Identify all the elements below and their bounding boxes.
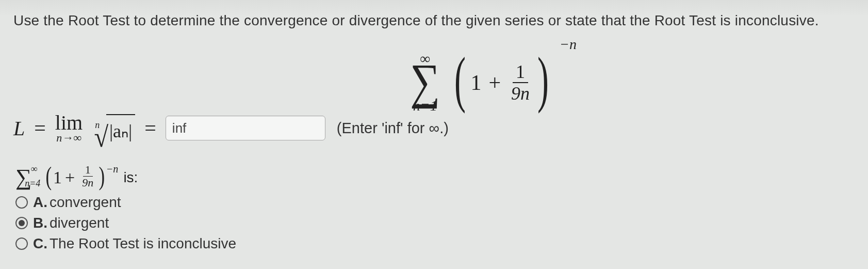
inf-hint: (Enter 'inf' for ∞.) [337,120,449,137]
is-label: is: [123,169,138,186]
opt-c-letter: C. [33,235,47,251]
lim-sub: n→∞ [56,132,81,144]
instruction-text: Use the Root Test to determine the conve… [13,12,855,29]
radio-c[interactable] [15,238,28,250]
root-block: n √ |aₙ| [89,114,135,142]
main-series: ∞ ∑ n=1 ( 1 + 1 9n ) −n [407,52,578,114]
frac-den: 9n [508,83,533,103]
term-fraction: 1 9n [508,62,533,103]
lim-block: lim n→∞ [55,113,83,144]
question-page: Use the Root Test to determine the conve… [0,0,868,269]
option-c[interactable]: C.The Root Test is inconclusive [15,235,236,252]
opt-a-text: convergent [50,194,121,210]
exp2: −n [106,163,119,175]
frac-num: 1 [513,62,528,83]
radical-symbol: √ [94,130,109,144]
option-b[interactable]: B.divergent [15,215,236,231]
series-exponent: −n [560,36,577,53]
eq2: = [144,116,156,140]
plus2: + [65,168,75,187]
one2: 1 [53,168,62,187]
paren-content: 1 + 1 9n [470,62,533,103]
sigma-block: ∞ ∑ n=1 [407,52,443,113]
radio-a[interactable] [15,196,28,209]
left-paren: ( [454,64,466,95]
opt-c-text: The Root Test is inconclusive [50,235,236,251]
frac2: 1 9n [80,164,95,188]
lp2: ( [46,170,52,183]
eq1: = [34,116,46,140]
frac2-den: 9n [80,177,95,188]
radio-b[interactable] [15,217,28,229]
limit-input[interactable] [166,116,325,140]
sigma2-upper: ∞ [30,164,37,175]
term-one: 1 [470,70,481,95]
opt-a-letter: A. [33,194,47,210]
limit-row: L = lim n→∞ n √ |aₙ| = (Enter 'inf' for … [13,113,449,144]
series-parens: ( 1 + 1 9n ) [450,52,553,114]
opt-b-letter: B. [33,215,47,231]
L-symbol: L [13,116,25,140]
option-a[interactable]: A.convergent [15,194,236,211]
frac2-num: 1 [83,164,93,177]
lim-text: lim [55,113,83,133]
rp2: ) [99,170,105,183]
term-plus: + [488,70,501,95]
options-group: A.convergent B.divergent C.The Root Test… [15,194,236,256]
opt-b-text: divergent [50,215,109,231]
radicand: |aₙ| [106,114,135,142]
right-paren: ) [537,64,549,95]
sigma2-lower: n=4 [25,178,40,189]
sigma-symbol: ∑ [410,64,440,99]
series-repeat: ∑ ∞ n=4 ( 1 + 1 9n ) −n is: [15,164,138,191]
